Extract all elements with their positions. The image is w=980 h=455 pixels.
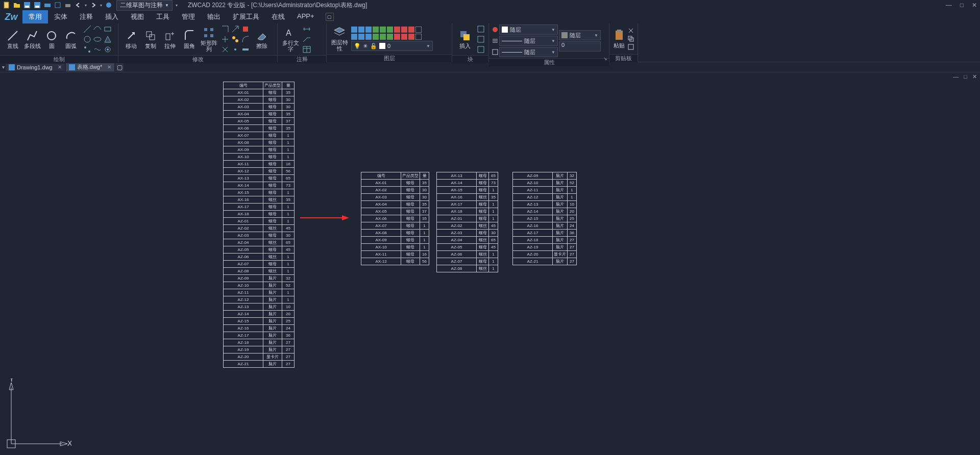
ribbon-tab-插入[interactable]: 插入	[99, 10, 125, 23]
draw-圆弧-button[interactable]: 圆弧	[61, 25, 81, 54]
table-icon[interactable]	[302, 45, 311, 54]
layer-tool-icon[interactable]	[365, 34, 372, 40]
save-icon[interactable]	[23, 2, 31, 9]
tool-icon[interactable]	[93, 35, 102, 44]
layer-props-button[interactable]: 图层特性	[330, 24, 349, 53]
erase-button[interactable]: 擦除	[252, 25, 272, 54]
block-tool-icon[interactable]	[476, 35, 485, 44]
workspace-dropdown[interactable]: 二维草图与注释 ▼	[116, 0, 173, 11]
layer-tool-icon[interactable]	[373, 34, 379, 40]
open-icon[interactable]	[13, 2, 20, 9]
layer-tool-icon[interactable]	[351, 27, 357, 33]
undo-dropdown[interactable]: ▾	[85, 3, 87, 8]
cad-table-main[interactable]: 编号产品类型量AX-01螺母35AX-02螺母30AX-03螺母30AX-04螺…	[223, 82, 295, 368]
cut-icon[interactable]	[627, 27, 634, 34]
drawing-viewport[interactable]: — □ ✕ 编号产品类型量AX-01螺母35AX-02螺母30AX-03螺母30…	[0, 72, 980, 455]
tool-icon[interactable]	[93, 45, 102, 54]
app-logo[interactable]: Zw	[0, 10, 22, 23]
ribbon-tab-实体[interactable]: 实体	[48, 10, 74, 23]
block-tool-icon[interactable]	[476, 45, 485, 54]
paste-button[interactable]: 粘贴	[612, 24, 625, 53]
cad-table-split-1[interactable]: 编号产品类型量AX-01螺母35AX-02螺母30AX-03螺母30AX-04螺…	[361, 172, 429, 265]
tool-icon[interactable]	[220, 24, 230, 34]
undo-icon[interactable]	[75, 2, 82, 9]
draw-多段线-button[interactable]: 多段线	[22, 25, 42, 54]
linetype-icon[interactable]	[492, 49, 498, 55]
mtext-button[interactable]: A 多行文字	[281, 25, 300, 54]
transparency-input[interactable]: 0	[559, 41, 601, 52]
tool-icon[interactable]	[103, 24, 112, 34]
plotstyle-dropdown[interactable]: 随层 ▼	[559, 30, 601, 40]
preview-icon[interactable]	[54, 2, 61, 9]
tool-icon[interactable]	[231, 24, 240, 34]
print-icon[interactable]	[64, 2, 71, 9]
vp-close[interactable]: ✕	[972, 73, 977, 80]
ribbon-tab-在线[interactable]: 在线	[265, 10, 291, 23]
minimize-button[interactable]: —	[946, 2, 952, 9]
tool-icon[interactable]	[241, 45, 250, 54]
lineweight-dropdown[interactable]: 随层 ▼	[499, 36, 558, 46]
draw-直线-button[interactable]: 直线	[3, 25, 22, 54]
layer-dropdown[interactable]: 💡 ☀ 🔓 0 ▼	[351, 41, 433, 51]
tool-icon[interactable]	[231, 35, 240, 44]
tool-icon[interactable]	[103, 35, 112, 44]
modify-复制-button[interactable]: 复制	[141, 25, 160, 54]
lineweight-icon[interactable]	[492, 38, 498, 44]
close-icon[interactable]: ✕	[107, 64, 111, 70]
layer-tool-icon[interactable]	[358, 34, 364, 40]
clip-tool-icon[interactable]	[627, 43, 634, 50]
close-icon[interactable]: ✕	[58, 64, 62, 70]
modify-移动-button[interactable]: 移动	[121, 25, 141, 54]
layer-tool-icon[interactable]	[408, 34, 414, 40]
ribbon-tab-常用[interactable]: 常用	[22, 10, 48, 23]
linetype-dropdown[interactable]: 随层 ▼	[499, 47, 558, 57]
vp-maximize[interactable]: □	[964, 73, 967, 80]
panel-launcher-icon[interactable]: ↘	[603, 56, 607, 61]
redo-icon[interactable]	[90, 2, 97, 9]
layer-tool-icon[interactable]	[387, 27, 393, 33]
dim-icon[interactable]	[302, 24, 311, 34]
modify-矩形阵列-button[interactable]: 矩形阵列	[199, 25, 218, 54]
layer-tool-icon[interactable]	[380, 27, 386, 33]
block-tool-icon[interactable]	[476, 24, 485, 34]
leader-icon[interactable]	[302, 35, 311, 44]
modify-拉伸-button[interactable]: 拉伸	[160, 25, 180, 54]
layer-tool-icon[interactable]	[408, 27, 414, 33]
saveas-icon[interactable]	[34, 2, 41, 9]
ribbon-tab-输出[interactable]: 输出	[201, 10, 227, 23]
new-doc-tab[interactable]: ▢	[115, 63, 124, 71]
ribbon-tab-管理[interactable]: 管理	[176, 10, 201, 23]
qat-customize[interactable]: ▾	[176, 3, 178, 8]
layer-tool-icon[interactable]	[365, 27, 372, 33]
layer-tool-icon[interactable]	[380, 34, 386, 40]
doc-tab[interactable]: Drawing1.dwg✕	[6, 64, 65, 71]
layer-tool-icon[interactable]	[415, 27, 422, 33]
vp-minimize[interactable]: —	[953, 73, 959, 80]
tool-icon[interactable]	[83, 35, 92, 44]
ribbon-tab-注释[interactable]: 注释	[74, 10, 99, 23]
redo-dropdown[interactable]: ▾	[100, 3, 102, 8]
tool-icon[interactable]	[103, 45, 112, 54]
cad-table-split-3[interactable]: AZ-09脑片32AZ-10脑片52AZ-11脑片1AZ-12脑片1AZ-13脑…	[512, 172, 577, 265]
ribbon-tab-APP+[interactable]: APP+	[291, 10, 321, 23]
layer-tool-icon[interactable]	[394, 27, 400, 33]
layer-tool-icon[interactable]	[401, 34, 407, 40]
color-dropdown[interactable]: 随层 ▼	[499, 24, 558, 35]
tool-icon[interactable]	[83, 45, 92, 54]
insert-button[interactable]: 插入	[455, 25, 474, 54]
layer-tool-icon[interactable]	[373, 27, 379, 33]
plot-icon[interactable]	[44, 2, 51, 9]
cad-table-split-2[interactable]: AX-13螺母65AX-14螺母73AX-15螺母1AX-16螺丝35AX-17…	[436, 172, 498, 272]
draw-圆-button[interactable]: 圆	[42, 25, 61, 54]
layer-tool-icon[interactable]	[387, 34, 393, 40]
layer-tool-icon[interactable]	[351, 34, 357, 40]
close-button[interactable]: ✕	[972, 2, 977, 9]
tool-icon[interactable]	[93, 24, 102, 34]
match-props-icon[interactable]	[492, 27, 498, 33]
tool-icon[interactable]	[220, 35, 230, 44]
globe-icon[interactable]	[105, 2, 112, 9]
new-icon[interactable]	[3, 2, 10, 9]
tool-icon[interactable]	[220, 45, 230, 54]
maximize-button[interactable]: □	[960, 2, 964, 9]
tool-icon[interactable]	[231, 45, 240, 54]
